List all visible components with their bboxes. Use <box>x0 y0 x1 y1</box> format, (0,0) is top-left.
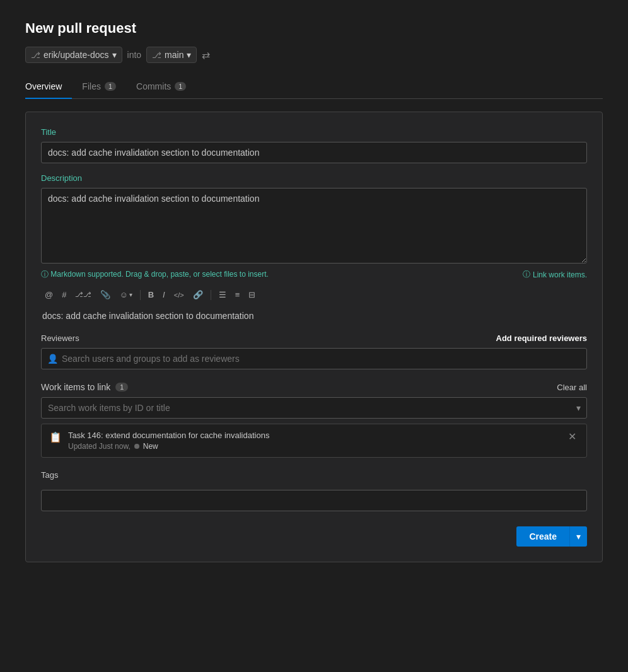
swap-branches-icon[interactable]: ⇄ <box>202 49 210 61</box>
work-items-label: Work items to link <box>41 382 110 392</box>
status-dot-icon <box>134 444 139 449</box>
reviewers-search-wrapper: 👤 <box>41 348 587 369</box>
task-icon: 📋 <box>49 431 62 443</box>
description-label: Description <box>41 173 587 183</box>
link-work-items-label: Link work items. <box>533 270 587 279</box>
work-item-title: Task 146: extend documentation for cache… <box>68 431 269 440</box>
footer-actions: Create ▾ <box>41 526 587 547</box>
tab-commits[interactable]: Commits 1 <box>136 76 196 99</box>
toolbar-code-btn[interactable]: </> <box>170 289 188 301</box>
toolbar-task-list-btn[interactable]: ⊟ <box>245 287 259 302</box>
work-item-meta: Updated Just now, New <box>68 442 269 451</box>
source-branch-chevron-icon: ▾ <box>112 50 117 60</box>
source-branch-label: erik/update-docs <box>44 50 109 60</box>
work-items-search-wrapper: ▾ <box>41 397 587 419</box>
markdown-hint-text: ⓘ Markdown supported. Drag & drop, paste… <box>41 269 269 280</box>
into-text: into <box>127 50 142 60</box>
work-item-updated: Updated Just now, <box>68 442 131 451</box>
markdown-hint-bar: ⓘ Markdown supported. Drag & drop, paste… <box>41 269 587 280</box>
tab-commits-badge: 1 <box>175 82 186 91</box>
target-branch-icon: ⎇ <box>152 50 161 60</box>
toolbar-emoji-btn[interactable]: ☺▾ <box>115 287 136 302</box>
toolbar-attach-btn[interactable]: 📎 <box>96 287 114 302</box>
toolbar-pullrequest-btn[interactable]: ⎇⎇ <box>71 288 95 301</box>
work-item-remove-btn[interactable]: ✕ <box>566 431 579 443</box>
work-item-details: Task 146: extend documentation for cache… <box>68 431 269 451</box>
title-field-group: Title <box>41 127 587 163</box>
toolbar-unordered-list-btn[interactable]: ☰ <box>215 287 230 302</box>
work-item-info: 📋 Task 146: extend documentation for cac… <box>49 431 269 451</box>
toolbar-hashtag-btn[interactable]: # <box>58 287 70 302</box>
branch-bar: ⎇ erik/update-docs ▾ into ⎇ main ▾ ⇄ <box>25 47 603 63</box>
tabs-bar: Overview Files 1 Commits 1 <box>25 76 603 99</box>
toolbar-mention-btn[interactable]: @ <box>41 287 57 302</box>
tab-overview-label: Overview <box>25 81 62 91</box>
clear-all-btn[interactable]: Clear all <box>557 383 587 392</box>
reviewers-header: Reviewers Add required reviewers <box>41 333 587 343</box>
tags-label: Tags <box>41 470 587 480</box>
target-branch-chevron-icon: ▾ <box>187 50 191 60</box>
tab-overview[interactable]: Overview <box>25 76 72 99</box>
target-branch-selector[interactable]: ⎇ main ▾ <box>146 47 197 63</box>
link-work-items-icon: ⓘ <box>523 269 530 280</box>
form-card: Title Description docs: add cache invali… <box>25 112 603 562</box>
user-icon: 👤 <box>47 354 58 364</box>
title-input[interactable] <box>41 142 587 163</box>
toolbar-separator-1 <box>140 290 141 300</box>
description-toolbar: @ # ⎇⎇ 📎 ☺▾ B I </> 🔗 ☰ ≡ ⊟ <box>41 285 587 304</box>
add-required-reviewers-btn[interactable]: Add required reviewers <box>496 333 588 343</box>
title-label: Title <box>41 127 587 137</box>
create-btn[interactable]: Create <box>516 526 569 547</box>
toolbar-separator-2 <box>211 290 211 300</box>
work-items-count-badge: 1 <box>115 383 128 391</box>
toolbar-bold-btn[interactable]: B <box>144 287 158 302</box>
description-preview: docs: add cache invalidation section to … <box>41 311 587 321</box>
page-title: New pull request <box>25 20 603 37</box>
toolbar-link-btn[interactable]: 🔗 <box>189 287 207 302</box>
work-item-card: 📋 Task 146: extend documentation for cac… <box>41 424 587 458</box>
description-field-group: Description docs: add cache invalidation… <box>41 173 587 321</box>
toolbar-ordered-list-btn[interactable]: ≡ <box>231 287 244 302</box>
link-work-items-btn[interactable]: ⓘ Link work items. <box>523 269 587 280</box>
toolbar-italic-btn[interactable]: I <box>159 287 169 302</box>
source-branch-selector[interactable]: ⎇ erik/update-docs ▾ <box>25 47 122 63</box>
tab-files-badge: 1 <box>105 82 116 91</box>
target-branch-label: main <box>165 50 183 60</box>
markdown-info-icon: ⓘ <box>41 270 49 279</box>
tab-commits-label: Commits <box>136 81 171 91</box>
work-items-header: Work items to link 1 Clear all <box>41 382 587 392</box>
work-items-label-group: Work items to link 1 <box>41 382 128 392</box>
create-dropdown-chevron-icon: ▾ <box>576 531 581 542</box>
tab-files[interactable]: Files 1 <box>82 76 126 99</box>
tags-section: Tags <box>41 470 587 511</box>
reviewers-label: Reviewers <box>41 333 79 343</box>
markdown-link[interactable]: Markdown supported. Drag & drop, paste, … <box>50 270 269 279</box>
create-dropdown-btn[interactable]: ▾ <box>569 526 587 547</box>
tags-input[interactable] <box>41 490 587 511</box>
work-item-status: New <box>143 442 158 451</box>
tab-files-label: Files <box>82 81 101 91</box>
reviewers-search-input[interactable] <box>41 348 587 369</box>
description-input[interactable]: docs: add cache invalidation section to … <box>41 188 587 264</box>
source-branch-icon: ⎇ <box>31 50 40 60</box>
work-items-search-input[interactable] <box>41 397 587 419</box>
